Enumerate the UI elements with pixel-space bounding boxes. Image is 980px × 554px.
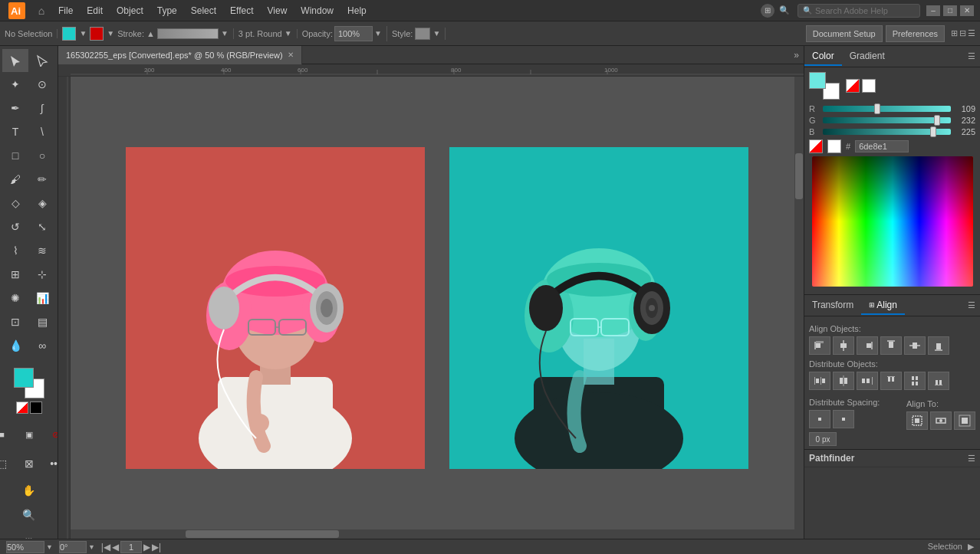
align-to-selection-button[interactable] bbox=[906, 411, 928, 430]
eyedropper-tool[interactable]: 💧 bbox=[2, 334, 28, 357]
zoom-input[interactable] bbox=[6, 541, 44, 553]
white-swatch-small[interactable] bbox=[827, 139, 841, 153]
rectangle-tool[interactable]: □ bbox=[2, 144, 28, 167]
type-tool[interactable]: T bbox=[2, 120, 28, 143]
scrollbar-horizontal[interactable] bbox=[71, 529, 794, 539]
scrollbar-vertical[interactable] bbox=[794, 77, 804, 539]
more-options-tool[interactable]: ••• bbox=[16, 528, 42, 539]
align-middle-v-button[interactable] bbox=[904, 336, 926, 355]
panel-collapse-arrow[interactable]: » bbox=[789, 50, 804, 61]
align-right-button[interactable] bbox=[857, 336, 878, 355]
more-tools[interactable]: ••• bbox=[43, 452, 59, 475]
artboard-tool[interactable]: ⬚ bbox=[0, 452, 15, 475]
b-slider-track[interactable] bbox=[823, 129, 951, 135]
gradient-tab[interactable]: Gradient bbox=[842, 48, 893, 66]
gradient-fill-mode[interactable]: ▣ bbox=[16, 423, 42, 446]
search-bar[interactable]: 🔍 bbox=[797, 4, 920, 18]
maximize-button[interactable]: □ bbox=[943, 5, 957, 16]
color-picker-gradient[interactable] bbox=[812, 156, 973, 287]
free-transform-tool[interactable]: ⊞ bbox=[2, 263, 28, 286]
mesh-tool[interactable]: ⊡ bbox=[2, 310, 28, 333]
distribute-left-button[interactable] bbox=[809, 372, 830, 390]
scrollbar-thumb-v[interactable] bbox=[795, 153, 803, 199]
search-input[interactable] bbox=[815, 6, 907, 15]
workspace-switcher[interactable]: ⊞ bbox=[761, 4, 774, 18]
rotation-input[interactable] bbox=[59, 541, 87, 553]
curvature-tool[interactable]: ∫ bbox=[29, 97, 55, 120]
distribute-v-spacing-button[interactable] bbox=[833, 410, 854, 428]
search-icon[interactable]: 🔍 bbox=[778, 4, 791, 18]
menu-edit[interactable]: Edit bbox=[81, 4, 109, 18]
align-center-h-button[interactable] bbox=[833, 336, 854, 355]
distribute-center-v-button[interactable] bbox=[904, 372, 926, 390]
line-tool[interactable]: \ bbox=[29, 120, 55, 143]
menu-file[interactable]: File bbox=[52, 4, 79, 18]
selection-tool[interactable] bbox=[2, 49, 28, 72]
column-graph-tool[interactable]: 📊 bbox=[29, 287, 55, 310]
align-left-button[interactable] bbox=[809, 336, 830, 355]
none-color-icon[interactable] bbox=[846, 79, 860, 93]
lasso-tool[interactable]: ⊙ bbox=[29, 73, 55, 96]
pencil-tool[interactable]: ✏ bbox=[29, 168, 55, 191]
zoom-dropdown-arrow[interactable]: ▼ bbox=[46, 543, 53, 551]
last-page-button[interactable]: ▶| bbox=[152, 542, 161, 552]
next-page-button[interactable]: ▶ bbox=[143, 542, 150, 552]
warp-tool[interactable]: ≋ bbox=[29, 239, 55, 262]
paintbrush-tool[interactable]: 🖌 bbox=[2, 168, 28, 191]
distribute-center-h-button[interactable] bbox=[833, 372, 854, 390]
align-panel-menu[interactable]: ☰ bbox=[963, 300, 980, 310]
eraser-tool[interactable]: ◈ bbox=[29, 192, 55, 215]
foreground-color-swatch[interactable] bbox=[14, 368, 34, 388]
document-setup-button[interactable]: Document Setup bbox=[806, 25, 883, 42]
blend-tool[interactable]: ∞ bbox=[29, 334, 55, 357]
g-slider-track[interactable] bbox=[823, 117, 951, 123]
fill-color-swatch[interactable] bbox=[62, 27, 76, 41]
align-top-button[interactable] bbox=[880, 336, 902, 355]
g-slider-thumb[interactable] bbox=[934, 115, 940, 126]
menu-select[interactable]: Select bbox=[185, 4, 222, 18]
r-slider-track[interactable] bbox=[823, 106, 951, 112]
foreground-swatch[interactable] bbox=[809, 72, 826, 89]
scrollbar-thumb-h[interactable] bbox=[186, 530, 339, 538]
document-tab[interactable]: 165302255_eps [Converted].eps* @ 50 % (R… bbox=[58, 46, 302, 64]
distribute-bottom-button[interactable] bbox=[928, 372, 949, 390]
rotation-dropdown-arrow[interactable]: ▼ bbox=[88, 543, 95, 551]
tab-close-button[interactable]: ✕ bbox=[288, 51, 294, 59]
pen-tool[interactable]: ✒ bbox=[2, 97, 28, 120]
align-bottom-button[interactable] bbox=[928, 336, 949, 355]
rotate-tool[interactable]: ↺ bbox=[2, 215, 28, 238]
close-button[interactable]: ✕ bbox=[960, 5, 974, 16]
b-slider-thumb[interactable] bbox=[930, 126, 936, 137]
swap-colors-icon[interactable] bbox=[16, 402, 28, 414]
pathfinder-menu-icon[interactable]: ☰ bbox=[968, 454, 975, 464]
gradient-tool[interactable]: ▤ bbox=[29, 310, 55, 333]
hex-input[interactable] bbox=[855, 140, 909, 152]
stroke-color-swatch[interactable] bbox=[90, 27, 104, 41]
opacity-arrow[interactable]: ▼ bbox=[374, 29, 382, 38]
align-to-artboard-button[interactable] bbox=[954, 411, 975, 430]
color-panel-menu[interactable]: ☰ bbox=[963, 51, 980, 61]
magic-wand-tool[interactable]: ✦ bbox=[2, 73, 28, 96]
transform-tab[interactable]: Transform bbox=[804, 297, 861, 315]
align-to-key-object-button[interactable] bbox=[930, 411, 952, 430]
color-fill-mode[interactable]: ■ bbox=[0, 423, 15, 446]
width-tool[interactable]: ⌇ bbox=[2, 239, 28, 262]
menu-view[interactable]: View bbox=[261, 4, 294, 18]
distribute-right-button[interactable] bbox=[857, 372, 878, 390]
shaper-tool[interactable]: ◇ bbox=[2, 192, 28, 215]
arrange-icon[interactable]: ⊞ bbox=[951, 28, 958, 38]
opacity-input[interactable] bbox=[334, 26, 373, 41]
distribute-top-button[interactable] bbox=[880, 372, 902, 390]
stroke-up-arrow[interactable]: ▲ bbox=[146, 29, 155, 38]
arrange-icon2[interactable]: ⊟ bbox=[959, 28, 966, 38]
align-tab[interactable]: ⊞ Align bbox=[861, 297, 905, 315]
style-arrow[interactable]: ▼ bbox=[432, 29, 440, 38]
menu-object[interactable]: Object bbox=[110, 4, 150, 18]
default-colors-icon[interactable] bbox=[30, 402, 42, 414]
canvas-viewport[interactable]: 200 400 600 800 1000 bbox=[58, 64, 804, 539]
r-slider-thumb[interactable] bbox=[874, 103, 880, 114]
preferences-button[interactable]: Preferences bbox=[886, 25, 945, 42]
menu-type[interactable]: Type bbox=[151, 4, 183, 18]
menu-window[interactable]: Window bbox=[294, 4, 340, 18]
solid-color-icon[interactable] bbox=[862, 79, 876, 93]
